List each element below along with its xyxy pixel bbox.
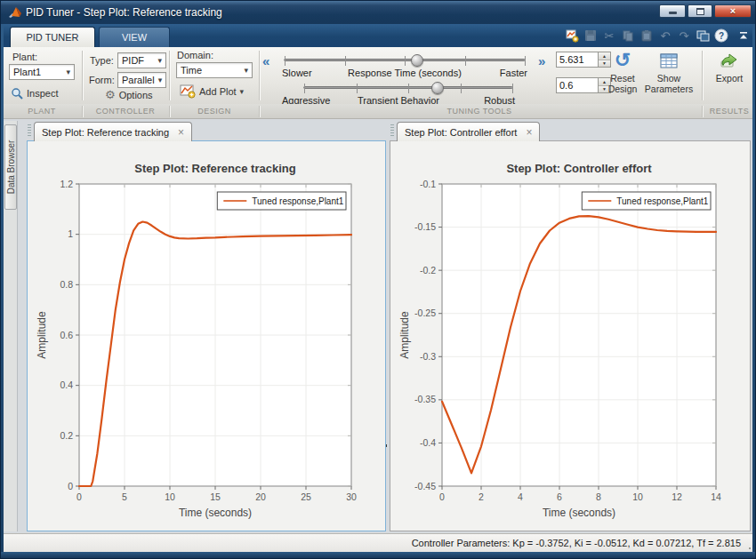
- svg-text:Tuned response,Plant1: Tuned response,Plant1: [252, 196, 343, 206]
- reference-tracking-pane: Step Plot: Reference tracking × 05101520…: [27, 121, 386, 531]
- transient-behavior-slider[interactable]: [303, 86, 513, 89]
- title-bar[interactable]: PID Tuner - Step Plot: Reference trackin…: [1, 1, 756, 24]
- show-parameters-label: Show Parameters: [639, 73, 698, 94]
- pane-drag-handle[interactable]: [390, 124, 394, 137]
- design-section-label: DESIGN: [197, 107, 231, 116]
- plant-label: Plant:: [12, 52, 37, 62]
- window-frame-right: [752, 24, 755, 552]
- slider-tick: [465, 56, 466, 66]
- data-browser-collapsed-panel[interactable]: Data Browser: [4, 124, 17, 210]
- new-figure-button[interactable]: [564, 28, 580, 44]
- help-button[interactable]: ?: [713, 28, 729, 44]
- add-plot-button[interactable]: Add Plot ▾: [180, 84, 244, 99]
- minimize-button[interactable]: [659, 4, 686, 18]
- svg-text:12: 12: [672, 491, 682, 502]
- window-layout-button[interactable]: [695, 28, 711, 44]
- add-plot-icon: [180, 84, 196, 99]
- form-label: Form:: [89, 75, 115, 85]
- window-frame-bottom: [1, 552, 756, 559]
- export-button[interactable]: Export: [709, 50, 750, 84]
- svg-text:0: 0: [76, 491, 82, 502]
- type-label: Type:: [90, 55, 114, 66]
- svg-text:2: 2: [479, 491, 484, 502]
- svg-text:Amplitude: Amplitude: [398, 311, 411, 359]
- divider: [259, 106, 260, 117]
- options-button[interactable]: ⚙ Options: [105, 89, 153, 101]
- save-icon: [584, 29, 597, 42]
- tab-view[interactable]: VIEW: [99, 27, 170, 47]
- reset-icon: ↺: [615, 50, 631, 71]
- close-tab-icon[interactable]: ×: [526, 127, 532, 138]
- svg-text:?: ?: [719, 31, 724, 41]
- svg-text:30: 30: [346, 491, 357, 502]
- quick-access-toolbar: ✂ ↶ ↷: [564, 28, 752, 44]
- svg-text:-0.1: -0.1: [420, 179, 436, 189]
- data-browser-label: Data Browser: [6, 140, 16, 195]
- undo-button[interactable]: ↶: [657, 28, 673, 44]
- type-dropdown[interactable]: PIDF ▾: [117, 52, 166, 68]
- tab-pid-tuner[interactable]: PID TUNER: [10, 27, 95, 47]
- paste-button[interactable]: [639, 28, 655, 44]
- form-dropdown[interactable]: Parallel ▾: [117, 72, 166, 88]
- slider-tick: [512, 84, 513, 93]
- close-tab-icon[interactable]: ×: [178, 127, 184, 138]
- reset-design-button[interactable]: ↺ Reset Design: [602, 50, 643, 94]
- parameters-table-icon: [660, 50, 678, 71]
- transient-behavior-input[interactable]: [556, 77, 598, 93]
- close-icon: ×: [730, 6, 736, 16]
- divider: [82, 106, 83, 117]
- tab-reference-tracking-label: Step Plot: Reference tracking: [42, 127, 169, 138]
- divider: [702, 51, 703, 100]
- chevron-down-icon: ▾: [240, 87, 245, 96]
- ribbon-section-labels: PLANT CONTROLLER DESIGN TUNING TOOLS RES…: [1, 104, 756, 119]
- svg-text:0.2: 0.2: [60, 430, 73, 441]
- slider-tick: [304, 84, 305, 93]
- controller-section-label: CONTROLLER: [96, 107, 156, 116]
- close-button[interactable]: ×: [714, 4, 752, 18]
- copy-button[interactable]: [620, 28, 636, 44]
- controller-effort-pane: Step Plot: Controller effort × 024681012…: [390, 121, 751, 531]
- domain-dropdown[interactable]: Time ▾: [176, 62, 253, 78]
- ribbon-tab-row: PID TUNER VIEW ✂: [1, 24, 756, 47]
- chevron-down-icon: ▾: [155, 76, 163, 84]
- response-time-slider[interactable]: [284, 59, 526, 61]
- redo-button[interactable]: ↷: [676, 28, 692, 44]
- window-title: PID Tuner - Step Plot: Reference trackin…: [26, 1, 222, 24]
- cut-icon: ✂: [605, 30, 615, 42]
- transient-behavior-slider-thumb[interactable]: [431, 82, 444, 94]
- svg-text:8: 8: [596, 491, 601, 502]
- plant-dropdown[interactable]: Plant1 ▾: [9, 64, 75, 80]
- slower-step-button[interactable]: «: [262, 54, 269, 68]
- maximize-button[interactable]: [688, 4, 712, 18]
- svg-text:-0.25: -0.25: [414, 307, 436, 318]
- svg-text:25: 25: [301, 491, 311, 502]
- form-dropdown-value: Parallel: [122, 75, 155, 85]
- window-layout-icon: [696, 29, 710, 42]
- gear-icon: ⚙: [105, 89, 116, 101]
- show-parameters-button[interactable]: Show Parameters: [639, 50, 698, 94]
- svg-text:Time (seconds): Time (seconds): [543, 507, 615, 519]
- plant-dropdown-value: Plant1: [13, 67, 41, 77]
- svg-text:-0.4: -0.4: [420, 437, 436, 448]
- pane-drag-handle[interactable]: [28, 124, 31, 137]
- tab-reference-tracking[interactable]: Step Plot: Reference tracking ×: [34, 122, 192, 141]
- inspect-button[interactable]: Inspect: [11, 87, 58, 100]
- faster-step-button[interactable]: »: [538, 54, 545, 68]
- paste-icon: [640, 29, 653, 42]
- response-time-input[interactable]: [556, 52, 598, 68]
- reference-tracking-figure: 05101520253000.20.40.60.811.2Step Plot: …: [27, 140, 386, 531]
- tab-controller-effort[interactable]: Step Plot: Controller effort ×: [397, 122, 540, 141]
- chevron-down-icon: ▾: [154, 56, 162, 65]
- svg-text:1.2: 1.2: [60, 179, 73, 189]
- controller-parameters-text: Controller Parameters: Kp = -0.3752, Ki …: [412, 534, 741, 552]
- save-button[interactable]: [583, 28, 599, 44]
- undo-icon: ↶: [661, 30, 671, 42]
- cut-button[interactable]: ✂: [601, 28, 617, 44]
- svg-text:-0.45: -0.45: [414, 481, 436, 491]
- export-icon: [720, 50, 739, 71]
- collapse-ribbon-icon: [738, 30, 749, 41]
- tab-controller-effort-label: Step Plot: Controller effort: [405, 127, 517, 138]
- collapse-ribbon-button[interactable]: [736, 28, 752, 44]
- response-time-slider-thumb[interactable]: [411, 54, 423, 67]
- chevron-down-icon: ▾: [62, 68, 70, 76]
